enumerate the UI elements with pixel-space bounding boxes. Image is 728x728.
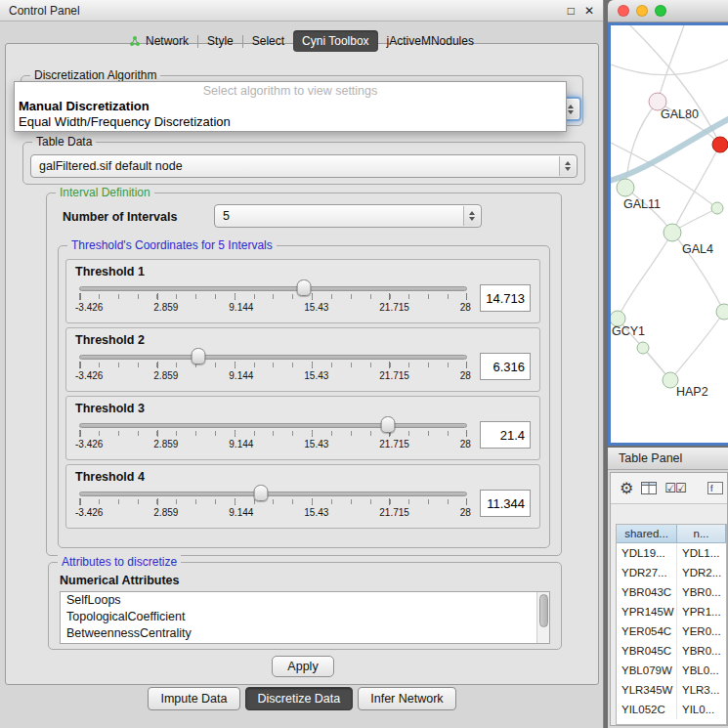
table-data-select[interactable]: galFiltered.sif default node [30,154,578,178]
cell-name[interactable]: YLR3... [677,680,726,700]
tab-jactivemnodules[interactable]: jActiveMNodules [378,30,483,52]
cell-name[interactable]: YPR1... [677,602,726,621]
tab-discretize-data[interactable]: Discretize Data [245,687,354,710]
zoom-traffic-light-icon[interactable] [655,5,666,17]
node-gal4[interactable] [664,224,681,241]
cell-shared-name[interactable]: YER054C [617,621,677,641]
algorithm-option-equal-width[interactable]: Equal Width/Frequency Discretization [18,114,563,130]
scale-tick-label: 15.43 [304,439,328,450]
slider-track[interactable] [79,355,467,360]
cell-shared-name[interactable]: YDL19... [617,543,677,563]
slider-minor-ticks [79,431,467,436]
threshold-4-slider[interactable]: -3.426 2.859 9.144 15.43 21.715 28 [75,485,471,522]
cell-name[interactable]: YIL0... [677,700,726,719]
cell-name[interactable]: YDL1... [677,543,726,563]
cell-name[interactable]: YDR2... [677,563,726,582]
columns-icon[interactable] [641,482,657,494]
network-canvas[interactable]: GAL80 GAL11 GAL4 GCY1 HAP2 [611,25,728,443]
cell-shared-name[interactable]: YBL079W [617,661,677,680]
threshold-4-value-field[interactable]: 11.344 [480,490,531,517]
tab-network[interactable]: Network [120,30,197,52]
table-row[interactable]: YDL19...YDL1... [617,543,726,563]
interval-definition-group-title: Interval Definition [56,186,154,199]
slider-scale-labels: -3.426 2.859 9.144 15.43 21.715 28 [75,507,471,518]
table-row[interactable]: YLR345WYLR3... [617,680,726,700]
function-icon[interactable]: f [707,482,723,494]
node-gal11[interactable] [617,179,634,196]
cell-name[interactable]: YER0... [677,621,726,641]
close-traffic-light-icon[interactable] [618,5,629,17]
column-header-name[interactable]: n... [677,525,726,543]
tab-style[interactable]: Style [198,30,242,52]
threshold-3-value-field[interactable]: 21.4 [480,421,531,449]
threshold-4-panel: Threshold 4 -3.426 2.859 9.144 15.43 [65,464,540,529]
threshold-2-slider[interactable]: -3.426 2.859 9.144 15.43 21.715 28 [75,348,471,385]
slider-thumb[interactable] [296,279,311,296]
tab-cyni-toolbox[interactable]: Cyni Toolbox [293,30,377,52]
cell-name[interactable]: YBR0... [677,582,726,602]
table-data-group-title: Table Data [32,135,96,149]
cell-shared-name[interactable]: YDR27... [617,563,677,582]
node-unlabeled[interactable] [711,202,723,214]
algorithm-dropdown-popup: Select algorithm to view settings Manual… [14,81,567,132]
threshold-2-panel: Threshold 2 -3.426 2.859 9.144 15.43 [65,327,540,392]
apply-button[interactable]: Apply [272,656,334,677]
slider-thumb[interactable] [254,485,269,501]
list-scrollbar-thumb[interactable] [539,594,548,627]
node-label-gal11: GAL11 [623,197,661,211]
numerical-attributes-list[interactable]: SelfLoops TopologicalCoefficient Between… [60,591,550,644]
network-tab-icon [129,35,141,47]
table-row[interactable]: YDR27...YDR2... [617,563,726,582]
threshold-3-slider[interactable]: -3.426 2.859 9.144 15.43 21.715 28 [75,416,471,453]
node-table[interactable]: shared... n... YDL19...YDL1... YDR27...Y… [616,524,727,725]
slider-track[interactable] [79,423,467,428]
column-header-shared-name[interactable]: shared... [617,525,677,543]
table-row[interactable]: YIL052CYIL0... [617,700,726,719]
scale-tick-label: -3.426 [75,302,103,313]
node-unlabeled[interactable] [716,304,728,320]
slider-thumb[interactable] [191,348,205,364]
cell-shared-name[interactable]: YBR043C [617,582,677,602]
slider-scale-labels: -3.426 2.859 9.144 15.43 21.715 28 [75,439,471,450]
slider-thumb[interactable] [380,416,395,433]
close-icon[interactable]: ✕ [584,4,594,18]
cell-name[interactable]: YBR0... [677,641,726,661]
table-row[interactable]: YPR145WYPR1... [617,602,726,621]
slider-track[interactable] [79,286,467,291]
list-item[interactable]: SelfLoops [61,592,549,609]
table-row[interactable]: YBR045CYBR0... [617,641,726,661]
gear-icon[interactable]: ⚙ [620,481,633,496]
tab-select[interactable]: Select [243,30,293,52]
list-scrollbar[interactable] [536,592,549,643]
table-row[interactable]: YBL079WYBL0... [617,661,726,680]
table-row[interactable]: YBR043CYBR0... [617,582,726,602]
cell-shared-name[interactable]: YIL052C [617,700,677,719]
number-of-intervals-select[interactable]: 5 [214,204,482,228]
scale-tick-label: 28 [460,302,471,313]
cell-shared-name[interactable]: YLR345W [617,680,677,700]
minimize-traffic-light-icon[interactable] [636,5,648,17]
table-row[interactable]: YER054CYER0... [617,621,726,641]
float-window-icon[interactable]: □ [568,4,575,18]
node-label-hap2: HAP2 [676,385,708,399]
list-item[interactable]: TopologicalCoefficient [61,609,549,625]
node-unlabeled[interactable] [637,342,649,354]
list-item[interactable]: BetweennessCentrality [61,625,549,642]
threshold-2-value-field[interactable]: 6.316 [480,353,531,380]
top-tab-bar: Network Style Select Cyni Toolbox jActiv… [0,30,603,52]
threshold-1-value-field[interactable]: 14.713 [480,284,531,312]
cell-shared-name[interactable]: YPR145W [617,602,677,621]
tab-impute-data[interactable]: Impute Data [148,687,239,710]
select-all-checkbox-icon[interactable]: ☑☑ [664,482,685,494]
algorithm-option-manual[interactable]: Manual Discretization [18,99,563,114]
number-of-intervals-value: 5 [223,209,230,223]
network-window-titlebar[interactable] [608,0,728,22]
tab-infer-network[interactable]: Infer Network [358,687,455,710]
scale-tick-label: 2.859 [153,370,178,381]
cell-name[interactable]: YBL0... [677,661,726,680]
node-selected-red[interactable] [712,137,728,152]
threshold-1-slider[interactable]: -3.426 2.859 9.144 15.43 21.715 28 [75,279,471,317]
slider-track[interactable] [79,492,467,496]
cell-shared-name[interactable]: YBR045C [617,641,677,661]
scale-tick-label: 21.715 [379,370,409,381]
